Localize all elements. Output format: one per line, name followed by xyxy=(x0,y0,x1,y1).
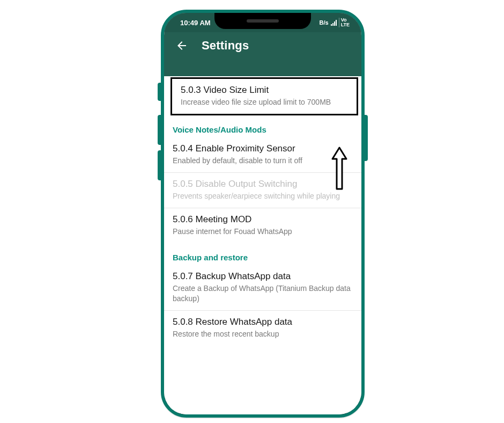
setting-subtitle: Create a Backup of WhatsApp (Titanium Ba… xyxy=(173,283,353,304)
status-right: B/s Vo LTE xyxy=(320,18,350,27)
arrow-left-icon xyxy=(175,39,188,52)
notch xyxy=(214,13,311,29)
setting-meeting-mod[interactable]: 5.0.6 Meeting MOD Pause internet for Fou… xyxy=(164,208,361,243)
screen: 10:49 AM B/s Vo LTE Settings xyxy=(164,13,361,414)
setting-subtitle: Enabled by default, disable to turn it o… xyxy=(173,156,353,166)
setting-title: 5.0.6 Meeting MOD xyxy=(173,214,353,225)
status-net-speed: B/s xyxy=(320,19,329,26)
speaker-grille xyxy=(247,19,279,23)
setting-subtitle: Pause internet for Fouad WhatsApp xyxy=(173,227,353,237)
side-button-vol-down xyxy=(158,150,162,180)
setting-video-size-limit[interactable]: 5.0.3 Video Size Limit Increase video fi… xyxy=(171,77,358,115)
setting-title: 5.0.7 Backup WhatsApp data xyxy=(173,271,353,282)
volte-icon: Vo LTE xyxy=(339,18,350,27)
setting-subtitle: Increase video file size upload limit to… xyxy=(181,97,348,107)
signal-icon xyxy=(331,19,337,26)
settings-list[interactable]: 5.0.3 Video Size Limit Increase video fi… xyxy=(164,76,361,414)
setting-subtitle: Prevents speaker/earpiece switching whil… xyxy=(173,191,353,201)
section-backup-restore: Backup and restore xyxy=(164,243,361,265)
back-button[interactable] xyxy=(174,38,190,54)
setting-subtitle: Restore the most recent backup xyxy=(173,329,353,339)
setting-title: 5.0.8 Restore WhatsApp data xyxy=(173,316,353,328)
setting-title: 5.0.5 Disable Output Switching xyxy=(173,178,353,190)
side-button-mute xyxy=(158,83,162,101)
setting-restore-data[interactable]: 5.0.8 Restore WhatsApp data Restore the … xyxy=(164,311,361,346)
phone-frame: 10:49 AM B/s Vo LTE Settings xyxy=(161,10,365,418)
app-bar: Settings xyxy=(164,32,361,54)
side-button-vol-up xyxy=(158,115,162,145)
section-voice-notes: Voice Notes/Audio Mods xyxy=(164,118,361,137)
setting-title: 5.0.3 Video Size Limit xyxy=(181,84,348,96)
page-title: Settings xyxy=(202,39,249,53)
side-button-power xyxy=(364,115,368,161)
annotation-arrow-up-icon xyxy=(330,146,349,193)
setting-title: 5.0.4 Enable Proximity Sensor xyxy=(173,143,353,155)
setting-backup-data[interactable]: 5.0.7 Backup WhatsApp data Create a Back… xyxy=(164,265,361,311)
status-time: 10:49 AM xyxy=(180,19,211,27)
